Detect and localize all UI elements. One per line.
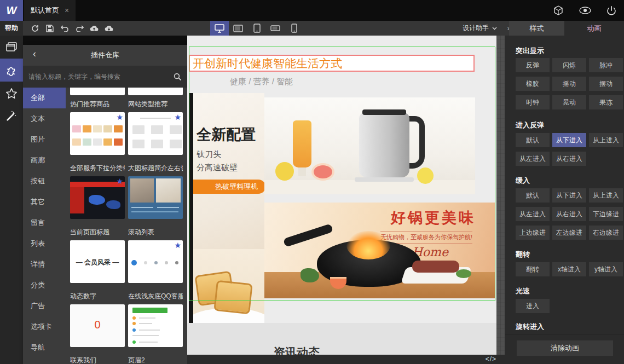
easein-bottom-edge-button[interactable]: 下边缘进 [589, 207, 623, 221]
category-classify[interactable]: 分类 [23, 275, 66, 296]
anim-flash-button[interactable]: 闪烁 [552, 58, 586, 72]
sidebar-pages-icon[interactable] [0, 36, 23, 59]
save-icon[interactable] [45, 24, 54, 33]
wok-banner-image[interactable]: 好锅更美味 无忧购物，至诚服务为你保驾护航! Warm Home [264, 203, 495, 298]
star-badge-icon[interactable]: ★ [174, 241, 181, 249]
category-list[interactable]: 列表 [23, 233, 66, 254]
device-phone-landscape-button[interactable] [266, 21, 285, 36]
plugin-search-input[interactable] [28, 73, 174, 80]
back-chevron-icon[interactable]: ‹ [33, 48, 36, 60]
news-section[interactable]: 资讯动态 [187, 323, 496, 355]
easein-right-edge-button[interactable]: 右边缘进 [589, 226, 623, 240]
flip-button[interactable]: 翻转 [516, 262, 550, 276]
device-desktop-button[interactable] [210, 21, 229, 36]
banner-pill-button[interactable]: 热破壁料理机 [193, 180, 264, 194]
cloud-upload-icon[interactable] [90, 24, 99, 33]
category-message[interactable]: 留言 [23, 212, 66, 233]
flip-y-axis-button[interactable]: y轴进入 [589, 262, 623, 276]
category-nav[interactable]: 导航 [23, 337, 66, 358]
help-button[interactable]: 帮助 [0, 21, 23, 36]
sidebar-favorites-icon[interactable] [0, 82, 23, 105]
easein-top-edge-button[interactable]: 上边缘进 [516, 226, 550, 240]
plugin-item-service-dropdown[interactable]: 全部服务下拉分类带... ★ [70, 159, 125, 219]
anim-shake-button[interactable]: 摇动 [552, 77, 586, 91]
refresh-icon[interactable] [31, 24, 39, 33]
blender-banner[interactable]: 全新配置 钛刀头 分高速破壁 热破壁料理机 [193, 93, 264, 249]
anim-pulse-button[interactable]: 脉冲 [589, 58, 623, 72]
publish-cube-icon[interactable] [553, 5, 564, 16]
subtitle-text[interactable]: 健康 / 营养 / 智能 [230, 77, 293, 87]
headline-text-element[interactable]: 开创新时代健康智能生活方式 [189, 55, 475, 72]
plugin-thumbnail[interactable]: — 会员风采 — [70, 240, 125, 283]
plugin-item-scroll-list[interactable]: 滚动列表 ★ [128, 223, 183, 283]
plugin-item-header2[interactable]: 页眉2 [128, 351, 183, 364]
plugin-item-hot-products[interactable]: 热门推荐商品 ★ [70, 95, 125, 155]
anim-jelly-button[interactable]: 果冻 [589, 95, 623, 109]
anim-bounce-button[interactable]: 反弹 [516, 58, 550, 72]
category-other[interactable]: 其它 [23, 192, 66, 212]
category-image[interactable]: 图片 [23, 129, 66, 150]
plugin-item-contact-us[interactable]: 联系我们 [70, 351, 125, 364]
plugin-item-page-title[interactable]: 当前页面标题 — 会员风采 — [70, 223, 125, 283]
plugin-thumbnail[interactable]: ★ [70, 176, 125, 219]
easein-from-top-button[interactable]: 从上进入 [589, 188, 623, 203]
bouncein-from-bottom-button[interactable]: 从下进入 [552, 133, 586, 147]
plugin-thumbnail-partial[interactable] [128, 88, 183, 95]
easein-from-right-button[interactable]: 从右进入 [552, 207, 586, 221]
category-gallery[interactable]: 画廊 [23, 150, 66, 171]
device-tablet-landscape-button[interactable] [229, 21, 247, 36]
plugin-thumbnail[interactable] [128, 304, 183, 347]
star-badge-icon[interactable]: ★ [174, 113, 181, 121]
plugin-thumbnail[interactable]: ★ [128, 240, 183, 283]
category-text[interactable]: 文本 [23, 108, 66, 129]
redo-icon[interactable] [75, 24, 84, 33]
flip-x-axis-button[interactable]: x轴进入 [552, 262, 586, 276]
cloud-download-icon[interactable] [105, 24, 113, 33]
plugin-item-qq-service[interactable]: 在线浅灰底QQ客服 [128, 287, 183, 347]
banner-section[interactable]: 全新配置 钛刀头 分高速破壁 热破壁料理机 好锅更美味 无忧购物，至诚服务为你 [189, 93, 495, 337]
page-tab[interactable]: 默认首页 × [24, 0, 76, 21]
canvas-scrollbar[interactable] [496, 36, 505, 355]
code-view-icon[interactable]: </> [486, 355, 496, 363]
easein-from-left-button[interactable]: 从左进入 [516, 207, 550, 221]
bouncein-from-left-button[interactable]: 从左进入 [516, 152, 550, 166]
plugin-item-site-types[interactable]: 网站类型推荐 ★ [128, 95, 183, 155]
easein-from-bottom-button[interactable]: 从下进入 [552, 188, 586, 203]
category-all[interactable]: 全部 [23, 88, 66, 108]
bouncein-from-right-button[interactable]: 从右进入 [552, 152, 586, 166]
plugin-thumbnail[interactable]: 0 [70, 304, 125, 347]
anim-wobble-button[interactable]: 晃动 [552, 95, 586, 109]
anim-rubber-button[interactable]: 橡胶 [516, 77, 550, 91]
lightspeed-in-button[interactable]: 进入 [516, 299, 550, 313]
bouncein-from-top-button[interactable]: 从上进入 [589, 133, 623, 147]
anim-clock-button[interactable]: 时钟 [516, 95, 550, 109]
design-assistant-dropdown[interactable]: 设计助手 [463, 21, 497, 36]
bouncein-default-button[interactable]: 默认 [516, 133, 550, 147]
plugin-thumbnail[interactable]: ★ [128, 112, 183, 155]
plugin-thumbnail-partial[interactable] [70, 88, 125, 95]
easein-default-button[interactable]: 默认 [516, 188, 550, 203]
sidebar-tools-icon[interactable] [0, 105, 23, 128]
category-detail[interactable]: 详情 [23, 254, 66, 275]
category-component[interactable]: 组件 [23, 358, 66, 364]
plugin-thumbnail[interactable] [128, 176, 183, 219]
tab-style[interactable]: 样式 [509, 21, 564, 36]
plugin-thumbnail[interactable]: ★ [70, 112, 125, 155]
category-button[interactable]: 按钮 [23, 171, 66, 192]
category-tabs[interactable]: 选项卡 [23, 316, 66, 337]
plugin-item-dynamic-number[interactable]: 动态数字 0 [70, 287, 125, 347]
app-logo[interactable]: W [0, 0, 23, 21]
anim-swing-button[interactable]: 摆动 [589, 77, 623, 91]
category-ad[interactable]: 广告 [23, 296, 66, 316]
preview-eye-icon[interactable] [579, 7, 591, 14]
star-badge-icon[interactable]: ★ [116, 177, 123, 185]
tab-animation[interactable]: 动画 [564, 21, 624, 36]
search-icon[interactable] [174, 73, 182, 81]
kettle-image[interactable] [264, 97, 475, 194]
design-canvas[interactable]: 开创新时代健康智能生活方式 健康 / 营养 / 智能 全新配置 钛刀头 分高速破… [187, 36, 505, 364]
power-icon[interactable] [606, 5, 616, 15]
plugin-item-big-image-slider[interactable]: 大图标题简介左右切... [128, 159, 183, 219]
star-badge-icon[interactable]: ★ [116, 113, 123, 121]
easein-left-edge-button[interactable]: 左边缘进 [552, 226, 586, 240]
undo-icon[interactable] [60, 24, 69, 33]
